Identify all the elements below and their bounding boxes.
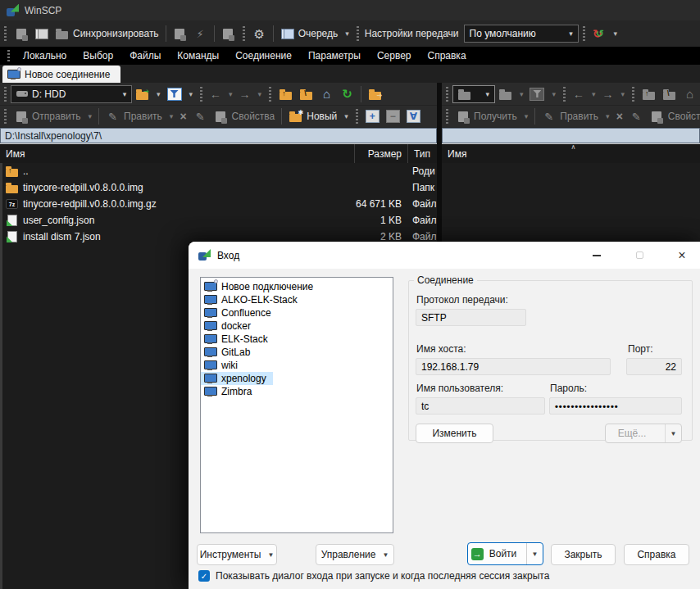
remote-path-bar[interactable]: [442, 128, 700, 143]
host-input[interactable]: 192.168.1.79: [416, 358, 611, 375]
tools-menu-button[interactable]: Инструменты: [197, 544, 277, 565]
menu-files[interactable]: Файлы: [122, 48, 168, 63]
chevron-down-icon[interactable]: [665, 424, 681, 442]
toolbar-grip[interactable]: [4, 26, 7, 41]
back-button[interactable]: ←: [207, 85, 236, 103]
close-dialog-button[interactable]: Закрыть: [551, 544, 616, 565]
site-item[interactable]: docker: [201, 319, 393, 333]
remote-properties-button[interactable]: Свойства: [647, 107, 700, 125]
menu-session[interactable]: Соединение: [228, 48, 299, 63]
console-button[interactable]: [170, 25, 190, 43]
site-item[interactable]: wiki: [201, 359, 393, 372]
commander-layout-button[interactable]: [11, 25, 31, 43]
site-item-selected[interactable]: xpenology: [201, 372, 273, 385]
tab-new-session[interactable]: Новое соединение: [2, 66, 120, 83]
show-login-dialog-checkbox[interactable]: Показывать диалог входа при запуске и ко…: [198, 570, 549, 582]
upload-button[interactable]: Отправить: [11, 107, 95, 125]
column-header-size[interactable]: Размер: [354, 144, 407, 163]
menu-help[interactable]: Справка: [420, 48, 473, 63]
chevron-down-icon[interactable]: [565, 25, 578, 42]
file-row[interactable]: user_config.json 1 KB Файл: [2, 212, 437, 229]
remote-open-directory-button[interactable]: [495, 85, 527, 103]
site-item[interactable]: GitLab: [201, 346, 393, 359]
edit-session-button[interactable]: Изменить: [416, 424, 493, 443]
chevron-down-icon[interactable]: [526, 543, 543, 564]
transfer-mode-button[interactable]: [218, 25, 239, 43]
help-button[interactable]: Справка: [624, 544, 689, 565]
parent-directory-button[interactable]: [275, 85, 296, 103]
toolbar-grip[interactable]: [200, 87, 202, 102]
site-list[interactable]: Новое подключение ALKO-ELK-Stack Conflue…: [200, 277, 393, 533]
protocol-combobox[interactable]: SFTP: [416, 309, 526, 326]
remote-filter-button[interactable]: [526, 85, 559, 103]
download-button[interactable]: Получить: [452, 107, 531, 125]
remote-root-directory-button[interactable]: [659, 85, 680, 103]
home-directory-button[interactable]: ⌂: [316, 85, 337, 103]
file-row[interactable]: .. Роди: [2, 163, 437, 179]
chevron-down-icon[interactable]: [118, 86, 131, 102]
toolbar-grip[interactable]: [563, 87, 566, 102]
toolbar-grip[interactable]: [269, 87, 271, 102]
refresh-button[interactable]: ↻: [337, 85, 357, 103]
delete-button[interactable]: ×: [176, 107, 189, 125]
remote-rename-button[interactable]: ✎: [626, 107, 647, 125]
synchronize-now-button[interactable]: [589, 25, 621, 43]
menu-commands[interactable]: Команды: [170, 48, 226, 63]
site-item[interactable]: Zimbra: [201, 385, 393, 398]
invert-selection-button[interactable]: ∀: [403, 107, 424, 125]
menu-options[interactable]: Параметры: [301, 48, 368, 63]
remote-parent-directory-button[interactable]: [639, 85, 659, 103]
toolbar-grip[interactable]: [4, 87, 7, 102]
menu-remote[interactable]: Сервер: [370, 48, 419, 63]
column-header-name[interactable]: Имя: [0, 144, 354, 163]
remote-directory-combobox[interactable]: [452, 85, 495, 103]
password-input[interactable]: ••••••••••••••••: [549, 397, 682, 415]
site-item[interactable]: ALKO-ELK-Stack: [201, 293, 393, 306]
site-item-new-connection[interactable]: Новое подключение: [201, 280, 393, 293]
column-header-type[interactable]: Тип: [407, 144, 437, 163]
local-path-bar[interactable]: D:\Install\xpenology\7\: [0, 128, 437, 143]
edit-button[interactable]: ✎ Править: [102, 107, 176, 125]
username-input[interactable]: tc: [416, 397, 545, 415]
manage-menu-button[interactable]: Управление: [316, 544, 394, 565]
open-directory-button[interactable]: [132, 85, 164, 103]
root-directory-button[interactable]: [296, 85, 316, 103]
toolbar-grip[interactable]: [446, 87, 448, 102]
sync-browsing-button[interactable]: [31, 25, 52, 43]
drive-combobox[interactable]: D: HDD: [11, 85, 132, 103]
menu-mark[interactable]: Выбор: [75, 48, 120, 63]
menubar-grip[interactable]: [7, 50, 10, 61]
column-header-name[interactable]: Имя: [442, 144, 700, 163]
transfer-preset-combobox[interactable]: По умолчанию: [464, 25, 579, 43]
toolbar-grip[interactable]: [4, 109, 7, 124]
toolbar-grip[interactable]: [357, 26, 359, 41]
select-button[interactable]: +: [362, 107, 383, 125]
remote-delete-button[interactable]: ×: [613, 107, 626, 125]
chevron-down-icon[interactable]: [481, 86, 494, 102]
toolbar-grip[interactable]: [446, 109, 448, 124]
remote-forward-button[interactable]: →: [598, 85, 628, 103]
follow-remote-button[interactable]: [365, 85, 385, 103]
file-row[interactable]: 7ztinycore-redpill.v0.8.0.0.img.gz 64 67…: [2, 196, 437, 212]
remote-edit-button[interactable]: ✎ Править: [539, 107, 612, 125]
login-button[interactable]: →Войти: [467, 542, 543, 565]
synchronize-button[interactable]: Синхронизировать: [52, 25, 162, 43]
site-item[interactable]: ELK-Stack: [201, 333, 393, 346]
toolbar-grip[interactable]: [243, 26, 245, 41]
new-button[interactable]: Новый: [285, 107, 352, 125]
toolbar-grip[interactable]: [632, 87, 634, 102]
minimize-button[interactable]: [579, 242, 615, 269]
filter-button[interactable]: [164, 85, 197, 103]
remote-home-directory-button[interactable]: ⌂: [680, 85, 700, 103]
port-input[interactable]: 22: [626, 358, 682, 375]
file-row[interactable]: tinycore-redpill.v0.8.0.0.img Папк: [2, 179, 437, 196]
menu-local[interactable]: Локально: [16, 48, 74, 63]
rename-button[interactable]: ✎: [190, 107, 211, 125]
queue-button[interactable]: Очередь: [277, 25, 352, 43]
toolbar-grip[interactable]: [356, 109, 358, 124]
add-to-queue-button[interactable]: ⚡: [190, 25, 211, 43]
advanced-button[interactable]: Ещё...: [605, 424, 682, 443]
properties-button[interactable]: Свойства: [211, 107, 279, 125]
site-item[interactable]: Confluence: [201, 306, 393, 319]
unselect-button[interactable]: −: [383, 107, 403, 125]
